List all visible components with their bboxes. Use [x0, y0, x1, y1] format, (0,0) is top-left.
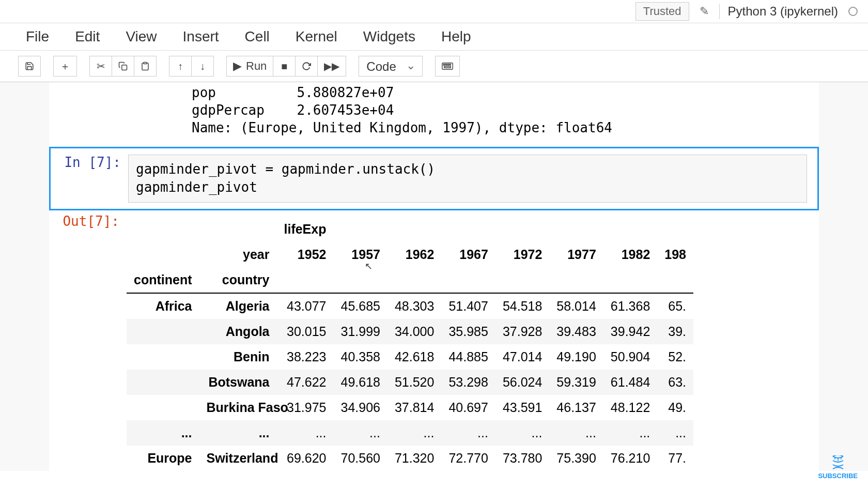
cell-value: 39.: [657, 319, 693, 344]
cell-value: 73.780: [495, 446, 549, 471]
menu-widgets[interactable]: Widgets: [363, 28, 415, 45]
row-country: ...: [199, 420, 277, 446]
row-country: Burkina Faso: [199, 395, 277, 420]
cell-value: 47.014: [495, 344, 549, 370]
menu-file[interactable]: File: [26, 28, 49, 45]
kernel-name[interactable]: Python 3 (ipykernel): [725, 4, 838, 19]
row-country: Switzerland: [199, 446, 277, 471]
cell-value: ...: [441, 420, 495, 446]
interrupt-icon[interactable]: ■: [273, 56, 296, 77]
col-year-label: year: [199, 242, 277, 267]
cell-value: ...: [388, 420, 441, 446]
cut-icon[interactable]: ✂: [89, 56, 112, 77]
trusted-badge[interactable]: Trusted: [636, 2, 689, 21]
subscribe-badge[interactable]: SUBSCRIBE: [818, 455, 858, 471]
cell-value: 52.: [657, 344, 693, 370]
cell-value: 30.015: [277, 319, 334, 344]
cell-value: 42.618: [388, 344, 441, 370]
run-button[interactable]: ▶ Run: [226, 56, 273, 77]
cell-value: ...: [549, 420, 603, 446]
row-continent: [127, 370, 199, 395]
table-row: Burkina Faso31.97534.90637.81440.69743.5…: [127, 395, 693, 420]
table-row: EuropeSwitzerland69.62070.56071.32072.77…: [127, 446, 693, 471]
menu-bar: File Edit View Insert Cell Kernel Widget…: [0, 23, 868, 51]
cell-value: 35.985: [441, 319, 495, 344]
code-input[interactable]: gapminder_pivot = gapminder.unstack() ga…: [128, 155, 807, 202]
menu-kernel[interactable]: Kernel: [296, 28, 337, 45]
col-year-7: 198: [657, 242, 693, 267]
menu-view[interactable]: View: [126, 28, 157, 45]
svg-rect-1: [144, 63, 147, 64]
add-cell-icon[interactable]: ＋: [53, 56, 77, 77]
dna-icon: [828, 455, 848, 471]
save-icon[interactable]: [18, 56, 41, 77]
table-row: ..............................: [127, 420, 693, 446]
row-continent: [127, 395, 199, 420]
cell-value: 44.885: [441, 344, 495, 370]
cell-value: 76.210: [603, 446, 657, 471]
col-year-6: 1982: [603, 242, 657, 267]
cell-value: 40.358: [333, 344, 387, 370]
idx-continent-label: continent: [127, 267, 199, 293]
move-up-icon[interactable]: ↑: [169, 56, 192, 77]
svg-rect-7: [444, 67, 451, 68]
row-continent: [127, 319, 199, 344]
cell-type-select[interactable]: Code: [359, 56, 423, 77]
svg-rect-3: [444, 64, 445, 65]
menu-edit[interactable]: Edit: [75, 28, 100, 45]
cell-value: 39.942: [603, 319, 657, 344]
col-year-4: 1972: [495, 242, 549, 267]
cell-value: 72.770: [441, 446, 495, 471]
run-label: Run: [246, 59, 267, 73]
copy-icon[interactable]: [112, 56, 134, 77]
menu-help[interactable]: Help: [441, 28, 471, 45]
restart-icon[interactable]: [295, 56, 318, 77]
row-country: Algeria: [199, 293, 277, 319]
restart-run-all-icon[interactable]: ▶▶: [317, 56, 346, 77]
cell-value: 40.697: [441, 395, 495, 420]
cell-value: 59.319: [549, 370, 603, 395]
cell-value: ...: [495, 420, 549, 446]
menu-cell[interactable]: Cell: [245, 28, 270, 45]
out-prompt: Out[7]:: [59, 213, 127, 471]
row-country: Benin: [199, 344, 277, 370]
col-year-0: 1952: [277, 242, 334, 267]
col-year-2: 1962: [388, 242, 441, 267]
cell-value: 50.904: [603, 344, 657, 370]
cell-value: 49.190: [549, 344, 603, 370]
cell-value: ...: [603, 420, 657, 446]
cell-value: 49.618: [333, 370, 387, 395]
cell-value: 54.518: [495, 293, 549, 319]
svg-rect-5: [447, 64, 448, 65]
cell-value: 69.620: [277, 446, 334, 471]
cell-value: 37.814: [388, 395, 441, 420]
cell-value: 63.: [657, 370, 693, 395]
menu-insert[interactable]: Insert: [183, 28, 219, 45]
cell-value: 61.484: [603, 370, 657, 395]
cell-value: 46.137: [549, 395, 603, 420]
cell-value: ...: [333, 420, 387, 446]
row-continent: Europe: [127, 446, 199, 471]
cell-value: 34.906: [333, 395, 387, 420]
cell-value: ...: [657, 420, 693, 446]
row-continent: ...: [127, 420, 199, 446]
table-row: AfricaAlgeria43.07745.68548.30351.40754.…: [127, 293, 693, 319]
cell-value: 34.000: [388, 319, 441, 344]
cell-value: 53.298: [441, 370, 495, 395]
row-country: Angola: [199, 319, 277, 344]
col-year-5: 1977: [549, 242, 603, 267]
cell-value: 47.622: [277, 370, 334, 395]
svg-rect-4: [445, 64, 446, 65]
cell-value: 49.: [657, 395, 693, 420]
notebook-container: pop 5.880827e+07 gdpPercap 2.607453e+04 …: [0, 82, 868, 471]
cell-value: 48.122: [603, 395, 657, 420]
code-cell-7[interactable]: In [7]: gapminder_pivot = gapminder.unst…: [49, 147, 819, 210]
move-down-icon[interactable]: ↓: [191, 56, 214, 77]
play-icon: ▶: [233, 59, 242, 73]
paste-icon[interactable]: [134, 56, 157, 77]
command-palette-icon[interactable]: [435, 56, 460, 77]
cell-value: 75.390: [549, 446, 603, 471]
cell-value: 31.999: [333, 319, 387, 344]
pencil-icon[interactable]: ✎: [694, 3, 714, 20]
table-row: Benin38.22340.35842.61844.88547.01449.19…: [127, 344, 693, 370]
